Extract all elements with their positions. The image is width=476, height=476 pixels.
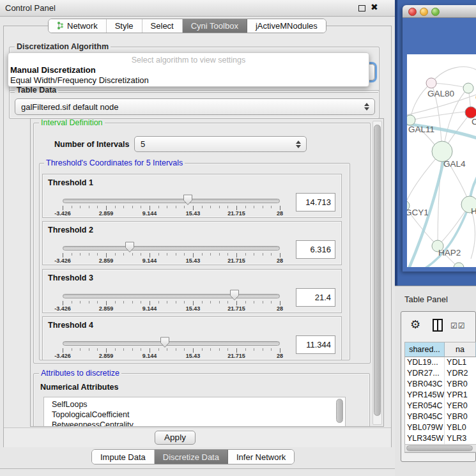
slider-track[interactable] [63,294,280,298]
settings-vertical-scrollbar[interactable] [372,121,382,425]
slider-tick [123,253,124,256]
network-node[interactable] [463,83,473,93]
zoom-traffic-light-icon[interactable] [431,8,440,16]
slider-tick [280,348,280,353]
threshold-slider[interactable]: -3.4262.8599.14415.4321.71528 [63,174,280,219]
apply-button[interactable]: Apply [155,431,196,445]
tab-impute-data[interactable]: Impute Data [92,450,155,464]
network-view-canvas[interactable]: GAL80GACGAL11GAL4GCY1HHAP2 [407,54,476,267]
slider-tick [106,301,107,305]
slider-thumb[interactable] [160,337,170,348]
table-data-group: Table Data galFiltered.sif default node [9,90,380,119]
scrollbar-thumb[interactable] [406,445,473,451]
slider-track[interactable] [63,246,280,250]
popup-option-equal-width[interactable]: Equal Width/Frequency Discretization [10,75,149,85]
slider-tick [245,301,246,303]
settings-scroll-pane: Interval Definition Number of Intervals … [30,118,384,427]
slider-tick [227,301,228,303]
float-window-icon[interactable] [358,5,365,12]
gear-icon[interactable]: ⚙ [410,318,420,332]
slider-tick-label: 2.859 [99,257,114,264]
threshold-value-field[interactable]: 21.4 [296,288,335,307]
table-cell: YDR2 [445,368,476,379]
tab-cyni-toolbox[interactable]: Cyni Toolbox [183,19,247,33]
table-row[interactable]: YDR27...YDR2 [405,368,476,379]
table-column-header[interactable]: shared... [405,342,445,357]
slider-tick [115,253,116,256]
tab-style[interactable]: Style [107,19,142,33]
table-row[interactable]: YPR145WYPR1 [405,390,476,401]
threshold-slider[interactable]: -3.4262.8599.14415.4321.71528 [63,270,280,314]
slider-tick-label: 21.715 [227,257,245,264]
slider-tick [219,301,220,303]
tab-discretize-data[interactable]: Discretize Data [155,450,228,464]
slider-tick [141,348,141,351]
slider-tick [210,348,211,351]
table-row[interactable]: YDL19...YDL1 [405,357,476,368]
slider-thumb[interactable] [125,242,135,253]
table-panel-title: Table Panel [404,295,448,304]
slider-tick-label: -3.426 [54,257,71,264]
table-data-combo-value: galFiltered.sif default node [15,102,364,112]
network-node[interactable] [454,263,464,267]
popup-option-manual[interactable]: Manual Discretization [10,65,96,75]
right-region: GAL80GACGAL11GAL4GCY1HHAP2 Table Panel ⚙… [395,0,476,476]
network-node[interactable] [426,78,436,88]
number-of-intervals-combo[interactable]: 5 [134,136,307,152]
table-column-header[interactable]: na [445,342,476,357]
columns-icon[interactable] [433,319,443,332]
threshold-value-field[interactable]: 11.344 [296,335,335,354]
attribute-list-item[interactable]: TopologicalCoefficient [44,410,345,420]
slider-tick [89,206,89,208]
table-row[interactable]: YBL079WYBL0 [405,422,476,433]
slider-tick [63,206,63,210]
slider-tick [141,253,141,256]
close-icon[interactable]: ✖ [371,2,378,12]
close-traffic-light-icon[interactable] [408,8,417,16]
slider-tick [97,348,98,351]
attribute-list-item[interactable]: BetweennessCentrality [44,420,345,427]
slider-track[interactable] [63,199,280,203]
table-row[interactable]: YLR345WYLR3 [405,433,476,444]
minimize-traffic-light-icon[interactable] [420,8,428,16]
attribute-list-item[interactable]: SelfLoops [44,399,345,410]
node-table[interactable]: shared...naYDL19...YDL1YDR27...YDR2YBR04… [404,342,476,453]
threshold-value-field[interactable]: 14.713 [296,193,335,211]
slider-tick [89,253,89,256]
slider-tick-label: 9.144 [142,257,157,264]
tab-jactivemnodules[interactable]: jActiveMNodules [247,19,326,33]
network-node[interactable] [407,115,415,125]
table-row[interactable]: YER054CYER0 [405,401,476,411]
table-cell: YBR045C [405,411,445,422]
threshold-value-field[interactable]: 6.316 [296,240,335,259]
tab-network[interactable]: Network [49,19,107,33]
slider-tick [141,301,141,303]
table-row[interactable]: YBR043CYBR0 [405,379,476,390]
network-node-label: GCY1 [407,208,429,217]
table-row[interactable]: YBR045CYBR0 [405,411,476,422]
slider-tick [167,253,167,256]
slider-tick [63,301,63,305]
tab-select[interactable]: Select [142,19,183,33]
slider-tick [72,206,72,208]
threshold-slider[interactable]: -3.4262.8599.14415.4321.71528 [63,317,280,361]
slider-tick [80,301,81,303]
numerical-attributes-list[interactable]: SelfLoopsTopologicalCoefficientBetweenne… [43,397,346,427]
scrollbar-thumb[interactable] [374,125,381,416]
threshold-slider[interactable]: -3.4262.8599.14415.4321.71528 [63,222,280,266]
slider-thumb[interactable] [183,194,193,206]
slider-tick-label: 15.43 [186,353,201,359]
table-horizontal-scrollbar[interactable] [404,444,476,452]
slider-tick [219,206,220,208]
slider-tick [280,301,280,305]
slider-tick [202,253,203,256]
slider-tick [167,348,167,351]
checkboxes-icon[interactable]: ☑☑ [450,321,466,330]
slider-tick [219,253,220,256]
slider-thumb[interactable] [229,289,240,301]
slider-tick [254,206,254,208]
table-data-combo[interactable]: galFiltered.sif default node [15,98,375,115]
list-scrollbar[interactable] [336,399,343,423]
tab-infer-network[interactable]: Infer Network [228,450,294,464]
slider-track[interactable] [63,341,280,346]
